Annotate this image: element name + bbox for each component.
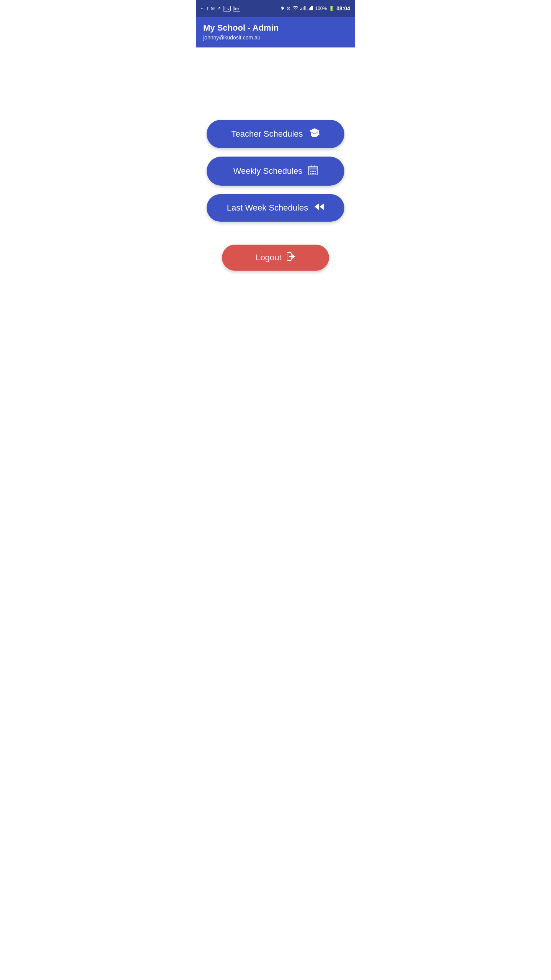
- teacher-schedules-button[interactable]: Teacher Schedules: [207, 120, 344, 148]
- svg-point-11: [318, 134, 320, 135]
- status-bar-left: ··· f ✉ ↗ Inv Inv: [201, 6, 240, 11]
- svg-rect-22: [315, 173, 316, 174]
- svg-rect-13: [308, 166, 318, 169]
- last-week-schedules-label: Last Week Schedules: [227, 203, 308, 213]
- main-content: Teacher Schedules Weekly Schedules: [196, 47, 355, 343]
- status-bar: ··· f ✉ ↗ Inv Inv ✱ ⊘: [196, 0, 355, 17]
- svg-rect-7: [310, 7, 311, 10]
- logout-label: Logout: [256, 253, 281, 263]
- facebook-icon: f: [207, 6, 209, 11]
- battery-percent: 100%: [315, 6, 327, 11]
- weekly-schedules-label: Weekly Schedules: [233, 166, 303, 176]
- schedule-buttons-group: Teacher Schedules Weekly Schedules: [207, 120, 344, 222]
- wifi-icon: [292, 6, 298, 11]
- calendar-icon: [308, 165, 318, 177]
- svg-rect-8: [311, 6, 312, 10]
- svg-rect-3: [304, 6, 305, 10]
- signal1-icon: [300, 6, 306, 11]
- logout-section: Logout: [207, 245, 344, 271]
- logout-icon: [287, 252, 295, 263]
- signal2-icon: [308, 6, 313, 11]
- teacher-schedules-label: Teacher Schedules: [231, 129, 303, 139]
- svg-rect-4: [305, 6, 306, 10]
- bluetooth-icon: ✱: [281, 6, 285, 11]
- svg-rect-0: [300, 9, 301, 10]
- app-header: My School - Admin johnny@kudosit.com.au: [196, 17, 355, 47]
- rewind-icon: [314, 203, 324, 213]
- svg-rect-9: [312, 6, 313, 10]
- status-time: 08:04: [336, 5, 350, 11]
- svg-rect-2: [303, 7, 303, 10]
- inv1-icon: Inv: [223, 6, 230, 11]
- app-title: My School - Admin: [203, 23, 348, 33]
- logout-button[interactable]: Logout: [222, 245, 329, 271]
- chart-icon: ↗: [217, 6, 221, 11]
- svg-rect-19: [315, 171, 316, 172]
- svg-rect-5: [308, 9, 308, 10]
- svg-rect-18: [312, 171, 314, 172]
- svg-marker-23: [315, 203, 319, 210]
- dots-icon: ···: [201, 6, 205, 11]
- svg-rect-10: [318, 131, 319, 134]
- battery-icon: 🔋: [329, 6, 334, 11]
- svg-rect-20: [310, 173, 311, 174]
- svg-rect-21: [312, 173, 314, 174]
- graduation-cap-icon: [309, 128, 320, 140]
- weekly-schedules-button[interactable]: Weekly Schedules: [207, 157, 344, 186]
- mail-icon: ✉: [211, 6, 215, 11]
- status-bar-right: ✱ ⊘: [281, 5, 350, 11]
- svg-rect-17: [310, 171, 311, 172]
- no-icon: ⊘: [287, 6, 290, 11]
- svg-rect-6: [309, 8, 310, 10]
- svg-marker-24: [320, 203, 324, 210]
- last-week-schedules-button[interactable]: Last Week Schedules: [207, 194, 344, 222]
- inv2-icon: Inv: [233, 6, 240, 11]
- svg-rect-1: [302, 8, 302, 10]
- user-email: johnny@kudosit.com.au: [203, 34, 348, 41]
